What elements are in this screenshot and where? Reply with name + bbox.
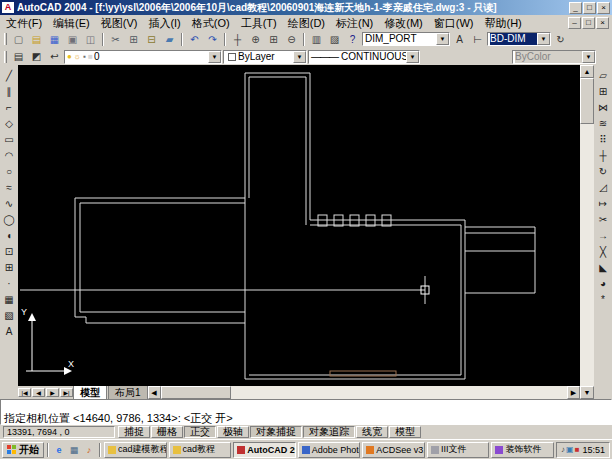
open-icon[interactable]: ▤	[28, 32, 45, 47]
point-icon[interactable]: ·	[1, 275, 17, 291]
task-button[interactable]: ACDSee v3.1...	[362, 442, 425, 458]
menu-item-8[interactable]: 修改(M)	[379, 16, 428, 30]
menu-item-10[interactable]: 帮助(H)	[480, 16, 527, 30]
status-toggle-模型[interactable]: 模型	[389, 426, 421, 438]
zoom-window-icon[interactable]: ⊞	[265, 32, 282, 47]
ellipse-arc-icon[interactable]: ◖	[1, 227, 17, 243]
child-minimize-button[interactable]: –	[568, 17, 581, 29]
array-icon[interactable]: ⠿	[595, 131, 611, 147]
scroll-right-icon[interactable]: ▶	[567, 386, 580, 399]
plot-icon[interactable]: ▣	[64, 32, 81, 47]
tab-nav-icon-3[interactable]: ▶|	[60, 388, 73, 397]
polyline-icon[interactable]: ⌐	[1, 99, 17, 115]
menu-item-7[interactable]: 标注(N)	[331, 16, 378, 30]
toolbar-grip[interactable]	[4, 51, 7, 63]
insert-block-icon[interactable]: ⊡	[1, 243, 17, 259]
redo-icon[interactable]: ↷	[204, 32, 221, 47]
task-button[interactable]: AutoCAD 200...	[233, 442, 296, 458]
task-button[interactable]: III文件	[427, 442, 490, 458]
help-icon[interactable]: ?	[344, 32, 361, 47]
horizontal-scroll-track[interactable]	[231, 386, 567, 399]
rotate-icon[interactable]: ↻	[595, 163, 611, 179]
fillet-icon[interactable]: ◕	[595, 275, 611, 291]
status-toggle-线宽[interactable]: 线宽	[356, 426, 388, 438]
bulb-icon[interactable]: ●	[67, 52, 72, 61]
scroll-up-icon[interactable]: ▲	[580, 65, 594, 78]
linetype-combo[interactable]: ——— CONTINUOUS ▼	[308, 50, 420, 64]
match-properties-icon[interactable]: ▰	[161, 32, 178, 47]
tab-nav-icon-2[interactable]: ▶	[46, 388, 59, 397]
menu-item-4[interactable]: 格式(O)	[187, 16, 235, 30]
horizontal-scrollbar[interactable]: ◀ ▶	[148, 386, 580, 399]
tab-nav-icon-1[interactable]: ◀	[32, 388, 45, 397]
ellipse-icon[interactable]: ◯	[1, 211, 17, 227]
erase-icon[interactable]: ▱	[595, 67, 611, 83]
volume-icon[interactable]: ♪	[561, 446, 565, 454]
rectangle-icon[interactable]: ▭	[1, 131, 17, 147]
command-line-0[interactable]	[4, 400, 608, 412]
mtext-icon[interactable]: A	[1, 323, 17, 339]
zoom-previous-icon[interactable]: ⊖	[283, 32, 300, 47]
task-button[interactable]: 装饰软件	[491, 442, 554, 458]
new-icon[interactable]: ▢	[10, 32, 27, 47]
ie-icon[interactable]: e	[52, 443, 66, 457]
media-player-icon[interactable]: ♪	[82, 443, 96, 457]
color-combo[interactable]: ByLayer ▼	[223, 50, 307, 64]
properties-icon[interactable]: ▥	[308, 32, 325, 47]
explode-icon[interactable]: *	[595, 291, 611, 307]
menu-item-9[interactable]: 窗口(W)	[429, 16, 479, 30]
tab-模型[interactable]: 模型	[73, 385, 107, 400]
chevron-down-icon[interactable]: ▼	[537, 33, 550, 45]
child-close-button[interactable]: ×	[596, 17, 609, 29]
stretch-icon[interactable]: ↦	[595, 195, 611, 211]
dim-style-icon[interactable]: ⊢	[469, 32, 486, 47]
move-icon[interactable]: ┼	[595, 147, 611, 163]
minimize-button[interactable]: _	[569, 2, 582, 14]
show-desktop-icon[interactable]: ▦	[67, 443, 81, 457]
menu-item-5[interactable]: 工具(T)	[236, 16, 282, 30]
hatch-icon[interactable]: ▦	[1, 291, 17, 307]
horizontal-scroll-thumb[interactable]	[161, 386, 231, 399]
undo-icon[interactable]: ↶	[186, 32, 203, 47]
command-window[interactable]: 指定相机位置 <14640, 9786, 1334>: <正交 开>	[0, 399, 612, 425]
vertical-scrollbar[interactable]: ▲ ▼	[580, 65, 594, 399]
text-style-combo[interactable]: BD-DIM ▼	[487, 32, 551, 46]
construction-line-icon[interactable]: ∥	[1, 83, 17, 99]
menu-item-1[interactable]: 编辑(E)	[48, 16, 95, 30]
chevron-down-icon[interactable]: ▼	[436, 33, 449, 45]
vertical-scroll-thumb[interactable]	[580, 78, 594, 124]
status-toggle-极轴[interactable]: 极轴	[217, 426, 249, 438]
sun-icon[interactable]: ☼	[74, 52, 81, 61]
mirror-icon[interactable]: ⋈	[595, 99, 611, 115]
close-button[interactable]: ×	[597, 2, 610, 14]
copy-object-icon[interactable]: ⊞	[595, 83, 611, 99]
copy-icon[interactable]: ⊞	[125, 32, 142, 47]
make-object-layer-current-icon[interactable]: ◩	[28, 49, 45, 64]
vertical-scroll-track[interactable]	[580, 124, 594, 386]
status-toggle-正交[interactable]: 正交	[184, 426, 216, 438]
task-button[interactable]: Adobe Photo...	[298, 442, 361, 458]
cut-icon[interactable]: ✂	[107, 32, 124, 47]
menu-item-3[interactable]: 插入(I)	[143, 16, 185, 30]
lock-icon[interactable]: ▪	[83, 52, 86, 61]
status-toggle-对象追踪[interactable]: 对象追踪	[303, 426, 355, 438]
revcloud-icon[interactable]: ≈	[1, 179, 17, 195]
start-button[interactable]: 开始	[2, 442, 44, 458]
chevron-down-icon[interactable]: ▼	[208, 51, 221, 63]
pan-icon[interactable]: ┼	[229, 32, 246, 47]
scroll-left-icon[interactable]: ◀	[148, 386, 161, 399]
make-block-icon[interactable]: ⊞	[1, 259, 17, 275]
drawing-area[interactable]: YX	[18, 65, 580, 386]
circle-icon[interactable]: ○	[1, 163, 17, 179]
menu-item-2[interactable]: 视图(V)	[96, 16, 143, 30]
chevron-down-icon[interactable]: ▼	[406, 51, 419, 63]
region-icon[interactable]: ▧	[1, 307, 17, 323]
layer-combo[interactable]: ●☼▪■ 0 ▼	[64, 50, 222, 64]
chamfer-icon[interactable]: ◣	[595, 259, 611, 275]
trim-icon[interactable]: ✂	[595, 211, 611, 227]
input-method-icon[interactable]: ■	[575, 446, 580, 454]
status-toggle-捕捉[interactable]: 捕捉	[118, 426, 150, 438]
task-button[interactable]: cad建模教程	[104, 442, 167, 458]
scale-icon[interactable]: ◿	[595, 179, 611, 195]
break-icon[interactable]: ╳	[595, 243, 611, 259]
